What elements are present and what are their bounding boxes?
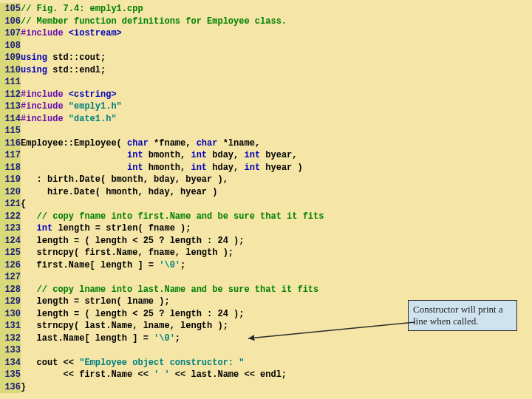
- line-number: 110: [0, 64, 21, 77]
- line-code: int length = strlen( fname );: [21, 222, 191, 235]
- line-code: #include <iostream>: [21, 27, 122, 40]
- code-line: 110using std::endl;: [0, 64, 532, 77]
- line-number: 122: [0, 211, 21, 223]
- line-code: #include <cstring>: [21, 89, 117, 101]
- code-line: 119 : birth.Date( bmonth, bday, byear ),: [0, 174, 532, 186]
- line-number: 108: [0, 40, 21, 52]
- code-line: 124 length = ( length < 25 ? length : 24…: [0, 235, 532, 248]
- code-line: 132 last.Name[ length ] = '\0';: [0, 332, 532, 345]
- line-number: 125: [0, 247, 21, 259]
- code-line: 135 << first.Name << ' ' << last.Name <<…: [0, 369, 532, 381]
- line-number: 106: [0, 16, 21, 28]
- line-code: #include "date1.h": [21, 113, 117, 126]
- code-line: 114#include "date1.h": [0, 113, 532, 126]
- line-number: 116: [0, 137, 21, 150]
- line-number: 126: [0, 259, 21, 272]
- line-number: 123: [0, 222, 21, 235]
- line-code: // Member function definitions for Emplo…: [21, 16, 287, 28]
- code-line: 134 cout << "Employee object constructor…: [0, 357, 532, 369]
- line-code: using std::cout;: [21, 52, 106, 64]
- line-number: 135: [0, 369, 21, 381]
- code-line: 133: [0, 344, 532, 357]
- line-code: Employee::Employee( char *fname, char *l…: [21, 137, 260, 150]
- line-number: 113: [0, 100, 21, 113]
- line-number: 121: [0, 198, 21, 211]
- code-line: 117 int bmonth, int bday, int byear,: [0, 149, 532, 162]
- line-number: 128: [0, 284, 21, 296]
- code-line: 108: [0, 40, 532, 52]
- line-code: int bmonth, int bday, int byear,: [21, 149, 298, 162]
- code-line: 115: [0, 125, 532, 137]
- line-code: : birth.Date( bmonth, bday, byear ),: [21, 174, 228, 186]
- line-number: 134: [0, 357, 21, 369]
- code-line: 116Employee::Employee( char *fname, char…: [0, 137, 532, 150]
- line-code: length = strlen( lname );: [21, 296, 170, 308]
- line-code: int hmonth, int hday, int hyear ): [21, 162, 303, 174]
- code-listing: 105// Fig. 7.4: emply1.cpp106// Member f…: [0, 0, 532, 396]
- line-code: {: [21, 198, 26, 211]
- line-number: 120: [0, 186, 21, 199]
- line-number: 132: [0, 332, 21, 345]
- line-code: first.Name[ length ] = '\0';: [21, 259, 185, 272]
- line-code: hire.Date( hmonth, hday, hyear ): [21, 186, 217, 199]
- line-number: 131: [0, 320, 21, 332]
- code-line: 109using std::cout;: [0, 52, 532, 64]
- line-number: 119: [0, 174, 21, 186]
- line-number: 127: [0, 271, 21, 284]
- code-slide: 105// Fig. 7.4: emply1.cpp106// Member f…: [0, 0, 532, 399]
- code-line: 112#include <cstring>: [0, 89, 532, 101]
- line-code: using std::endl;: [21, 64, 106, 77]
- line-number: 133: [0, 344, 21, 357]
- line-number: 124: [0, 235, 21, 248]
- line-code: // Fig. 7.4: emply1.cpp: [21, 3, 143, 16]
- line-number: 111: [0, 76, 21, 89]
- code-line: 107#include <iostream>: [0, 27, 532, 40]
- line-code: strncpy( first.Name, fname, length );: [21, 247, 233, 259]
- line-number: 114: [0, 113, 21, 126]
- code-line: 113#include "emply1.h": [0, 100, 532, 113]
- line-code: // copy fname into first.Name and be sur…: [21, 211, 324, 223]
- code-line: 136}: [0, 381, 532, 394]
- line-code: last.Name[ length ] = '\0';: [21, 332, 180, 345]
- code-line: 122 // copy fname into first.Name and be…: [0, 211, 532, 223]
- line-number: 130: [0, 308, 21, 321]
- line-number: 118: [0, 162, 21, 174]
- line-code: length = ( length < 25 ? length : 24 );: [21, 235, 244, 248]
- code-line: 125 strncpy( first.Name, fname, length )…: [0, 247, 532, 259]
- code-line: 126 first.Name[ length ] = '\0';: [0, 259, 532, 272]
- callout-box: Constructor will print a line when calle…: [408, 300, 517, 331]
- line-number: 109: [0, 52, 21, 64]
- callout-text: Constructor will print a line when calle…: [413, 304, 503, 327]
- code-line: 121{: [0, 198, 532, 211]
- code-line: 106// Member function definitions for Em…: [0, 16, 532, 28]
- line-code: // copy lname into last.Name and be sure…: [21, 284, 318, 296]
- line-code: << first.Name << ' ' << last.Name << end…: [21, 369, 287, 381]
- line-number: 115: [0, 125, 21, 137]
- line-number: 117: [0, 149, 21, 162]
- code-line: 118 int hmonth, int hday, int hyear ): [0, 162, 532, 174]
- line-number: 107: [0, 27, 21, 40]
- line-code: }: [21, 381, 26, 394]
- line-number: 129: [0, 296, 21, 308]
- code-line: 128 // copy lname into last.Name and be …: [0, 284, 532, 296]
- line-code: #include "emply1.h": [21, 100, 122, 113]
- line-code: length = ( length < 25 ? length : 24 );: [21, 308, 244, 321]
- code-line: 105// Fig. 7.4: emply1.cpp: [0, 3, 532, 16]
- line-number: 112: [0, 89, 21, 101]
- line-number: 136: [0, 381, 21, 394]
- line-code: cout << "Employee object constructor: ": [21, 357, 244, 369]
- code-line: 123 int length = strlen( fname );: [0, 222, 532, 235]
- code-line: 111: [0, 76, 532, 89]
- line-number: 105: [0, 3, 21, 16]
- line-code: strncpy( last.Name, lname, length );: [21, 320, 228, 332]
- code-line: 120 hire.Date( hmonth, hday, hyear ): [0, 186, 532, 199]
- code-line: 127: [0, 271, 532, 284]
